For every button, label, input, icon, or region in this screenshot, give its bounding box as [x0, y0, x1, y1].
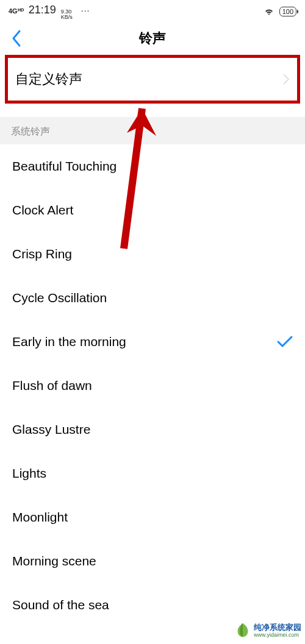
network-signal: 4Gᴴᴰ: [9, 7, 24, 15]
custom-ringtone-row[interactable]: 自定义铃声: [5, 55, 300, 104]
net-speed: 9.30KB/s: [61, 9, 73, 20]
battery-indicator: 100: [279, 7, 296, 16]
ringtone-item[interactable]: Morning scene: [0, 539, 305, 583]
ringtone-item[interactable]: Moonlight: [0, 495, 305, 539]
ringtone-name: Cycle Oscillation: [12, 291, 107, 305]
section-header: 系统铃声: [0, 117, 305, 144]
ringtone-name: Beautiful Touching: [12, 159, 117, 174]
back-button[interactable]: [11, 29, 22, 48]
ringtone-name: Thump: [12, 642, 52, 644]
custom-ringtone-label: 自定义铃声: [15, 70, 82, 88]
checkmark-icon: [277, 336, 293, 348]
page-title: 铃声: [139, 29, 166, 48]
ringtone-name: Sound of the sea: [12, 598, 109, 612]
ringtone-name: Crisp Ring: [12, 247, 72, 261]
chevron-right-icon: [282, 73, 290, 85]
ringtone-name: Flush of dawn: [12, 378, 92, 393]
ringtone-item[interactable]: Glassy Lustre: [0, 408, 305, 451]
ringtone-name: Morning scene: [12, 554, 96, 568]
ringtone-name: Early in the morning: [12, 334, 126, 349]
nav-bar: 铃声: [0, 23, 305, 54]
watermark-logo-icon: [234, 622, 251, 639]
watermark-url: www.yidaimei.com: [254, 632, 301, 638]
ringtone-item[interactable]: Early in the morning: [0, 320, 305, 364]
wifi-icon: [264, 7, 274, 16]
ringtone-item[interactable]: Clock Alert: [0, 188, 305, 232]
watermark: 纯净系统家园 www.yidaimei.com: [231, 621, 305, 640]
ringtone-list: Beautiful TouchingClock AlertCrisp RingC…: [0, 144, 305, 644]
ringtone-name: Glassy Lustre: [12, 422, 90, 437]
more-icon: ···: [81, 5, 90, 15]
ringtone-name: Clock Alert: [12, 203, 73, 218]
clock-time: 21:19: [29, 4, 56, 16]
ringtone-item[interactable]: Cycle Oscillation: [0, 276, 305, 320]
ringtone-item[interactable]: Flush of dawn: [0, 364, 305, 408]
ringtone-name: Moonlight: [12, 510, 68, 525]
ringtone-name: Lights: [12, 466, 46, 481]
ringtone-item[interactable]: Crisp Ring: [0, 232, 305, 276]
ringtone-item[interactable]: Lights: [0, 451, 305, 495]
status-left: 4Gᴴᴰ 21:19 9.30KB/s ···: [9, 4, 90, 20]
status-bar: 4Gᴴᴰ 21:19 9.30KB/s ··· 100: [0, 0, 305, 23]
status-right: 100: [264, 7, 296, 16]
ringtone-item[interactable]: Beautiful Touching: [0, 144, 305, 188]
watermark-brand: 纯净系统家园: [254, 623, 301, 632]
